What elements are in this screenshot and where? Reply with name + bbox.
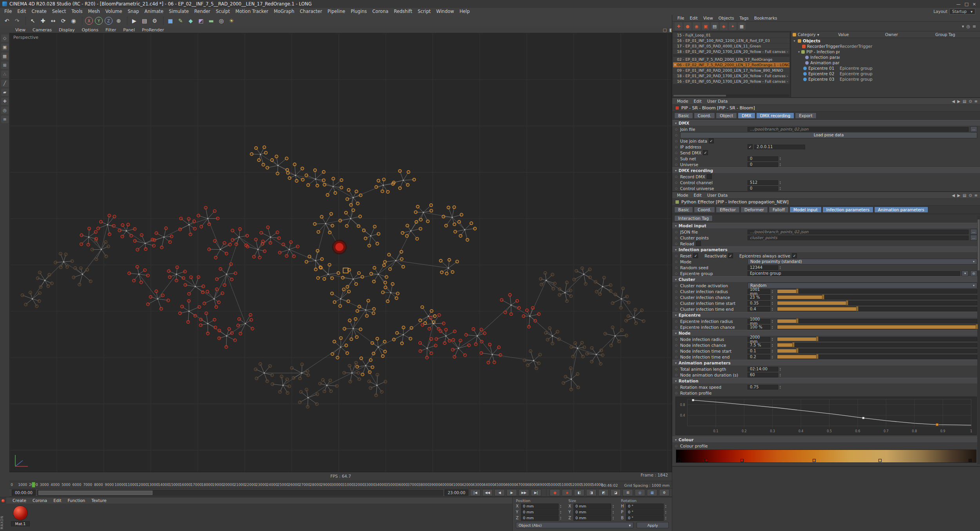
node-infection-time-start-stepper[interactable]: ▴▾ <box>772 349 775 353</box>
am-lock-icon[interactable]: ⊙ <box>969 193 972 198</box>
coord-stepper[interactable]: ▴▾ <box>560 510 564 514</box>
tab-dmx[interactable]: DMX <box>738 112 755 119</box>
object-tree-row[interactable]: Animation parameters <box>791 60 980 65</box>
node-infection-chance-slider[interactable] <box>777 343 977 347</box>
anim-dot-icon[interactable]: ○ <box>675 260 679 263</box>
epicentre-infection-radius-slider[interactable] <box>777 319 977 323</box>
add-deformer-icon[interactable]: ◩ <box>196 16 206 26</box>
dmx-menu-mode[interactable]: Mode <box>675 99 691 103</box>
tab-interaction-tag[interactable]: Interaction Tag <box>674 215 713 221</box>
record-dmx-checkbox[interactable] <box>707 174 712 179</box>
am-history-icon[interactable]: ▤ <box>963 193 966 198</box>
coord-position-y-field[interactable]: 0 mm <box>521 509 559 515</box>
section-model-input[interactable]: ▾Model input <box>672 223 980 229</box>
mode-dropdown[interactable]: Node proximity (standard)▾ <box>748 259 977 265</box>
lock-workplane-icon[interactable]: ≡ <box>1 116 9 123</box>
tab-model-input[interactable]: Model input <box>789 207 822 213</box>
menu-snap[interactable]: Snap <box>125 9 142 14</box>
material-menu-corona[interactable]: Corona <box>29 498 50 503</box>
om-menu-view[interactable]: View <box>701 16 716 20</box>
tab-deformer[interactable]: Deformer <box>740 207 768 213</box>
node-infection-time-end-slider[interactable] <box>777 355 977 359</box>
effector-menu-edit[interactable]: Edit <box>691 193 704 198</box>
coord-stepper[interactable]: ▴▾ <box>613 504 616 508</box>
tab-coord[interactable]: Coord. <box>694 207 715 213</box>
anim-dot-icon[interactable]: ○ <box>675 338 679 341</box>
om-filter-icon[interactable]: ▾ <box>962 24 964 29</box>
take-row[interactable]: 09 - EP_01_INF_40_RAD_2000_LEN_17_Yellow… <box>673 68 789 73</box>
add-generator-icon[interactable]: ◆ <box>186 16 196 26</box>
tab-basic[interactable]: Basic <box>674 207 693 213</box>
expander-icon[interactable]: ▾ <box>798 50 800 54</box>
om-menu-tags[interactable]: Tags <box>737 16 751 20</box>
project-settings-button[interactable]: ⚙ <box>659 489 670 496</box>
current-frame-marker[interactable] <box>32 482 35 488</box>
live-selection-icon[interactable]: ↖ <box>28 16 38 26</box>
cluster-infection-radius-field[interactable]: 1001 mm <box>748 289 770 294</box>
keyframe-position-toggle[interactable]: ◧ <box>574 489 584 496</box>
am-nav-back-icon[interactable]: ◀ <box>952 99 955 103</box>
attribute-scrollbar[interactable] <box>977 216 980 464</box>
timeline-start-field[interactable]: 00:00:00 <box>12 489 36 496</box>
cluster-infection-time-end-field[interactable]: 0.4 <box>748 307 770 312</box>
section-dmx[interactable]: ▾DMX <box>672 120 980 126</box>
timeline-scrollbar[interactable] <box>37 490 443 496</box>
tab-coord[interactable]: Coord. <box>694 112 715 119</box>
menu-tools[interactable]: Tools <box>69 9 85 14</box>
om-search-icon[interactable]: ◎ <box>966 24 970 29</box>
tab-basic[interactable]: Basic <box>674 112 693 119</box>
take-camera-icon[interactable]: ◉ <box>693 22 701 30</box>
node-infection-chance-stepper[interactable]: ▴▾ <box>772 343 775 347</box>
universe-stepper[interactable]: ▴▾ <box>780 163 783 167</box>
anim-dot-icon[interactable]: ○ <box>675 386 679 389</box>
epicentre-infection-chance-slider[interactable] <box>777 325 977 329</box>
rotation-profile-graph[interactable]: 0.10.20.30.40.50.60.70.80.910.80.4 <box>675 397 977 435</box>
section-infection-parameters[interactable]: ▾Infection parameters <box>672 246 980 253</box>
take-row[interactable]: 16 - EP_01_INF_05_RAD_1700_LEN_20_Yellow… <box>673 79 789 84</box>
section-epicentre[interactable]: ▾Epicentre <box>672 312 980 318</box>
undo-icon[interactable]: ↶ <box>2 16 12 26</box>
am-nav-back-icon[interactable]: ◀ <box>952 193 955 198</box>
menu-corona[interactable]: Corona <box>370 9 391 14</box>
viewport-layout-single-icon[interactable]: ▢ <box>663 27 667 33</box>
node-infection-radius-field[interactable]: 2000 mm <box>748 337 770 342</box>
expander-icon[interactable]: ▾ <box>793 39 796 43</box>
cluster-infection-time-start-slider[interactable] <box>777 301 977 305</box>
titlebar[interactable]: CINEMA 4D R20.028 Studio (RC - R20) - [B… <box>0 0 980 8</box>
take-grid-icon[interactable]: ▦ <box>738 22 746 30</box>
node-infection-time-end-field[interactable]: 0.2 <box>748 355 770 359</box>
section-dmx-recording[interactable]: ▾DMX recording <box>672 167 980 174</box>
object-tree-row[interactable]: Epicentre 01Epicentre group <box>791 65 980 71</box>
anim-dot-icon[interactable]: ○ <box>675 355 679 359</box>
json-file-browse-button[interactable]: … <box>970 229 977 235</box>
tab-animation-parameters[interactable]: Animation parameters <box>874 207 928 213</box>
workplane-mode-icon[interactable]: ⊞ <box>1 62 9 69</box>
coord-stepper[interactable]: ▴▾ <box>665 510 669 514</box>
texture-mode-icon[interactable]: ▦ <box>1 53 9 60</box>
node-infection-time-end-stepper[interactable]: ▴▾ <box>772 355 775 359</box>
tab-dmx-recording[interactable]: DMX recording <box>756 112 794 119</box>
anim-dot-icon[interactable]: ○ <box>675 320 679 323</box>
node-infection-chance-field[interactable]: 7.5 % <box>748 343 770 348</box>
control-channel-stepper[interactable]: ▴▾ <box>780 181 783 185</box>
take-link-icon[interactable]: ◈ <box>720 22 728 30</box>
tab-object[interactable]: Object <box>716 112 737 119</box>
material-item[interactable]: Mat.1 <box>11 506 30 526</box>
cluster-node-activation-dropdown[interactable]: Random▾ <box>748 283 977 288</box>
epicentre-infection-chance-field[interactable]: 100 % <box>748 325 770 330</box>
viewport-menu-options[interactable]: Options <box>78 27 102 33</box>
gradient-knot[interactable] <box>969 459 972 462</box>
viewport-menu-panel[interactable]: Panel <box>120 27 138 33</box>
tab-infection-parameters[interactable]: Infection parameters <box>822 207 873 213</box>
anim-dot-icon[interactable]: ○ <box>675 391 679 395</box>
anim-dot-icon[interactable]: ○ <box>675 344 679 347</box>
take-row[interactable]: 15 - FujX_Loop_01 <box>673 33 789 38</box>
colour-profile-gradient[interactable] <box>676 449 976 463</box>
section-animation-parameters[interactable]: ▾Animation parameters <box>672 360 980 366</box>
snap-icon[interactable]: ◎ <box>1 107 9 114</box>
render-preview-toggle[interactable]: ▦ <box>647 489 657 496</box>
gradient-knot[interactable] <box>740 459 744 462</box>
redo-icon[interactable]: ↷ <box>12 16 22 26</box>
keyframe-scale-toggle[interactable]: ◨ <box>586 489 597 496</box>
node-infection-radius-slider[interactable] <box>777 337 977 341</box>
